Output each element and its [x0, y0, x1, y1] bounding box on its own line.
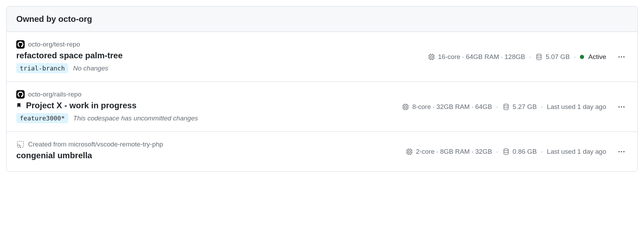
repo-line: Created from microsoft/vscode-remote-try… — [16, 140, 400, 149]
disk-usage: 0.86 GB — [513, 148, 537, 155]
disk-usage: 5.07 GB — [546, 53, 570, 61]
cpu-icon — [406, 148, 413, 155]
disk-usage: 5.27 GB — [513, 103, 537, 111]
row-left: octo-org/test-reporefactored space palm-… — [16, 40, 422, 73]
codespace-name-link[interactable]: refactored space palm-tree — [16, 51, 123, 60]
status-text: Active — [588, 53, 606, 61]
separator: · — [528, 53, 532, 61]
separator: · — [540, 148, 544, 155]
database-icon — [535, 53, 543, 61]
row-right: 2-core · 8GB RAM · 32GB·0.86 GB·Last use… — [406, 145, 628, 158]
actions-menu-button[interactable] — [615, 101, 628, 113]
github-avatar-icon — [16, 90, 25, 99]
template-repo-icon — [16, 140, 25, 149]
name-line: congenial umbrella — [16, 151, 400, 160]
repo-line: octo-org/rails-repo — [16, 90, 396, 99]
cpu-icon — [428, 53, 435, 61]
machine-specs: 2-core · 8GB RAM · 32GB — [416, 148, 492, 155]
codespace-name-link[interactable]: Project X - work in progress — [26, 101, 137, 110]
cpu-icon — [402, 103, 409, 111]
repo-link[interactable]: Created from microsoft/vscode-remote-try… — [28, 141, 163, 148]
machine-specs: 16-core · 64GB RAM · 128GB — [438, 53, 525, 61]
row-left: Created from microsoft/vscode-remote-try… — [16, 140, 400, 163]
separator: · — [540, 103, 544, 111]
branch-chip[interactable]: feature3000* — [16, 113, 68, 123]
name-line: refactored space palm-tree — [16, 51, 422, 60]
codespace-name-link[interactable]: congenial umbrella — [16, 151, 92, 160]
row-left: octo-org/rails-repoProject X - work in p… — [16, 90, 396, 123]
branch-chip[interactable]: trial-branch — [16, 63, 68, 73]
row-right: 8-core · 32GB RAM · 64GB·5.27 GB·Last us… — [402, 101, 628, 113]
panel-title: Owned by octo-org — [16, 14, 628, 24]
repo-link[interactable]: octo-org/rails-repo — [28, 91, 81, 98]
changes-text: No changes — [73, 65, 108, 72]
actions-menu-button[interactable] — [615, 145, 628, 158]
row-right: 16-core · 64GB RAM · 128GB·5.07 GB·Activ… — [428, 51, 628, 63]
separator: · — [495, 148, 499, 155]
repo-line: octo-org/test-repo — [16, 40, 422, 49]
separator: · — [573, 53, 577, 61]
actions-menu-button[interactable] — [615, 51, 628, 63]
panel-header: Owned by octo-org — [7, 7, 637, 32]
changes-text: This codespace has uncommitted changes — [73, 115, 198, 122]
codespace-row: Created from microsoft/vscode-remote-try… — [7, 132, 637, 171]
database-icon — [502, 148, 510, 155]
status-active-dot-icon — [580, 55, 584, 59]
bookmark-icon — [16, 102, 23, 109]
separator: · — [495, 103, 499, 111]
github-avatar-icon — [16, 40, 25, 49]
branch-line: feature3000*This codespace has uncommitt… — [16, 113, 396, 123]
branch-line: trial-branchNo changes — [16, 63, 422, 73]
last-used-text: Last used 1 day ago — [547, 103, 606, 111]
repo-link[interactable]: octo-org/test-repo — [28, 41, 80, 48]
codespace-row: octo-org/test-reporefactored space palm-… — [7, 32, 637, 82]
codespace-row: octo-org/rails-repoProject X - work in p… — [7, 82, 637, 132]
machine-specs: 8-core · 32GB RAM · 64GB — [412, 103, 492, 111]
database-icon — [502, 103, 510, 111]
name-line: Project X - work in progress — [16, 101, 396, 110]
codespaces-panel: Owned by octo-org octo-org/test-reporefa… — [6, 6, 638, 172]
last-used-text: Last used 1 day ago — [547, 148, 606, 155]
